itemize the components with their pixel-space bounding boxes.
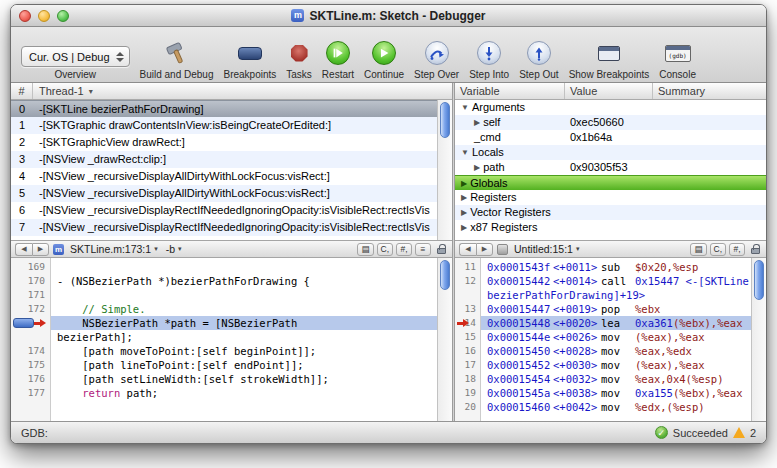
line-number[interactable]: 14 bbox=[455, 316, 481, 330]
restart-button[interactable]: Restart bbox=[322, 30, 354, 80]
build-status[interactable]: ✓ Succeeded 2 bbox=[655, 426, 756, 439]
disclosure-closed-icon[interactable]: ▶ bbox=[461, 205, 467, 220]
line-number[interactable] bbox=[455, 288, 481, 302]
stack-frame-row[interactable]: 3-[NSView _drawRect:clip:] bbox=[11, 151, 437, 168]
lock-button[interactable] bbox=[434, 242, 448, 256]
back-button[interactable]: ◀ bbox=[459, 243, 476, 256]
disclosure-closed-icon[interactable]: ▶ bbox=[461, 176, 467, 190]
variable-row[interactable]: ▶x87 Registers bbox=[455, 220, 766, 235]
forward-button[interactable]: ▶ bbox=[32, 243, 49, 256]
stack-frame-row[interactable]: 4-[NSView _recursiveDisplayAllDirtyWithL… bbox=[11, 168, 437, 185]
disclosure-closed-icon[interactable]: ▶ bbox=[461, 190, 467, 205]
stack-frame-row[interactable]: 1-[SKTGraphic drawContentsInView:isBeing… bbox=[11, 117, 437, 134]
line-number[interactable] bbox=[11, 330, 51, 344]
line-number[interactable]: 169 bbox=[11, 260, 51, 274]
line-number[interactable]: 175 bbox=[11, 358, 51, 372]
counterparts-button[interactable]: C, bbox=[377, 243, 394, 256]
step-into-button[interactable]: Step Into bbox=[469, 30, 509, 80]
disclosure-closed-icon[interactable]: ▶ bbox=[474, 115, 480, 130]
line-number[interactable]: 16 bbox=[455, 344, 481, 358]
close-button[interactable] bbox=[19, 10, 31, 22]
source-line[interactable]: 171 bbox=[11, 288, 437, 302]
stack-frame-row[interactable]: 0-[SKTLine bezierPathForDrawing] bbox=[11, 100, 437, 117]
disassembly-line[interactable]: 150x0001544e<+0026>mov(%eax),%eax bbox=[455, 330, 751, 344]
source-line[interactable]: 176 [path setLineWidth:[self strokeWidth… bbox=[11, 372, 437, 386]
scrollbar-thumb[interactable] bbox=[440, 260, 450, 290]
tasks-button[interactable]: Tasks bbox=[286, 30, 312, 80]
line-number[interactable]: 170 bbox=[11, 274, 51, 288]
disclosure-open-icon[interactable]: ▼ bbox=[461, 100, 469, 115]
disassembly-scrollbar[interactable] bbox=[751, 258, 766, 421]
bookmarks-button[interactable]: ▤ bbox=[357, 243, 373, 256]
source-code-area[interactable]: 169170- (NSBezierPath *)bezierPathForDra… bbox=[11, 258, 437, 421]
variable-row[interactable]: ▶path0x90305f53 bbox=[455, 160, 766, 175]
breakpoints-button[interactable]: Breakpoints bbox=[223, 30, 276, 80]
overview-dropdown[interactable]: Cur. OS | Debug bbox=[21, 46, 130, 67]
variable-row[interactable]: ▼Locals bbox=[455, 145, 766, 160]
line-number[interactable]: 15 bbox=[455, 330, 481, 344]
titlebar[interactable]: m SKTLine.m: Sketch - Debugger bbox=[11, 5, 766, 27]
disassembly-area[interactable]: 110x0001543f<+0011>sub$0x20,%esp120x0001… bbox=[455, 258, 751, 421]
markers-button[interactable]: ≡ bbox=[415, 243, 431, 256]
line-number[interactable]: 171 bbox=[11, 288, 51, 302]
line-number[interactable]: 13 bbox=[455, 302, 481, 316]
counterparts-button[interactable]: C, bbox=[710, 243, 727, 256]
disassembly-line[interactable]: 180x00015454<+0032>mov%eax,0x4(%esp) bbox=[455, 372, 751, 386]
editor-scrollbar[interactable] bbox=[437, 258, 452, 421]
step-over-button[interactable]: Step Over bbox=[414, 30, 459, 80]
line-number[interactable]: 17 bbox=[455, 358, 481, 372]
symbol-popup[interactable]: -b ▾ bbox=[164, 243, 184, 255]
line-number[interactable]: 11 bbox=[455, 260, 481, 274]
console-button[interactable]: (gdb) Console bbox=[659, 30, 696, 80]
stack-frame-row[interactable]: 5-[NSView _recursiveDisplayAllDirtyWithL… bbox=[11, 185, 437, 202]
line-number[interactable]: 18 bbox=[455, 372, 481, 386]
minimize-button[interactable] bbox=[38, 10, 50, 22]
line-number[interactable]: 172 bbox=[11, 302, 51, 316]
source-line[interactable]: bezierPath]; bbox=[11, 330, 437, 344]
line-number[interactable]: 20 bbox=[455, 400, 481, 414]
disassembly-line[interactable]: 110x0001543f<+0011>sub$0x20,%esp bbox=[455, 260, 751, 274]
source-line[interactable]: 177 return path; bbox=[11, 386, 437, 400]
continue-button[interactable]: Continue bbox=[364, 30, 404, 80]
build-and-debug-button[interactable]: Build and Debug bbox=[140, 30, 214, 80]
scrollbar-thumb[interactable] bbox=[440, 102, 450, 138]
variable-row[interactable]: ▶self0xec50660 bbox=[455, 115, 766, 130]
disclosure-open-icon[interactable]: ▼ bbox=[461, 145, 469, 160]
includes-button[interactable]: #, bbox=[729, 243, 745, 256]
includes-button[interactable]: #, bbox=[396, 243, 412, 256]
disassembly-line[interactable]: 200x00015460<+0042>mov%edx,(%esp) bbox=[455, 400, 751, 414]
variable-row[interactable]: ▶Vector Registers bbox=[455, 205, 766, 220]
show-breakpoints-button[interactable]: Show Breakpoints bbox=[569, 30, 650, 80]
breakpoint-marker[interactable] bbox=[13, 318, 34, 328]
source-line[interactable]: NSBezierPath *path = [NSBezierPath bbox=[11, 316, 437, 330]
disassembly-line[interactable]: 170x00015452<+0030>mov(%eax),%eax bbox=[455, 358, 751, 372]
stack-scrollbar[interactable] bbox=[437, 100, 452, 240]
disassembly-line[interactable]: 120x00015442<+0014>call0x15447 <-[SKTLin… bbox=[455, 274, 751, 288]
variable-row[interactable]: _cmd0x1b64a bbox=[455, 130, 766, 145]
file-history-popup[interactable]: SKTLine.m:173:1 ▾ bbox=[68, 243, 160, 255]
step-out-button[interactable]: Step Out bbox=[519, 30, 558, 80]
scrollbar-thumb[interactable] bbox=[754, 260, 764, 300]
disassembly-line[interactable]: 160x00015450<+0028>mov%eax,%edx bbox=[455, 344, 751, 358]
source-line[interactable]: 172 // Simple. bbox=[11, 302, 437, 316]
source-line[interactable]: 175 [path lineToPoint:[self endPoint]]; bbox=[11, 358, 437, 372]
line-number[interactable]: 19 bbox=[455, 386, 481, 400]
source-line[interactable]: 174 [path moveToPoint:[self beginPoint]]… bbox=[11, 344, 437, 358]
line-number[interactable]: 176 bbox=[11, 372, 51, 386]
line-number[interactable]: 177 bbox=[11, 386, 51, 400]
disassembly-line[interactable]: 190x0001545a<+0038>mov0xa155(%ebx),%eax bbox=[455, 386, 751, 400]
variable-row[interactable]: ▶Registers bbox=[455, 190, 766, 205]
line-number[interactable]: 12 bbox=[455, 274, 481, 288]
stack-frame-row[interactable]: 2-[SKTGraphicView drawRect:] bbox=[11, 134, 437, 151]
file-history-popup[interactable]: Untitled:15:1 ▾ bbox=[512, 243, 581, 255]
variable-row[interactable]: ▼Arguments bbox=[455, 100, 766, 115]
source-line[interactable]: 170- (NSBezierPath *)bezierPathForDrawin… bbox=[11, 274, 437, 288]
disassembly-line[interactable]: bezierPathForDrawing]+19> bbox=[455, 288, 751, 302]
disassembly-line[interactable]: 140x00015448<+0020>lea0xa361(%ebx),%eax bbox=[455, 316, 751, 330]
stack-frame-row[interactable]: 6-[NSView _recursiveDisplayRectIfNeededI… bbox=[11, 202, 437, 219]
stack-frame-row[interactable]: 7-[NSView _recursiveDisplayRectIfNeededI… bbox=[11, 219, 437, 236]
variable-row[interactable]: ▶Globals bbox=[455, 175, 766, 190]
forward-button[interactable]: ▶ bbox=[476, 243, 493, 256]
document-proxy-icon[interactable]: m bbox=[291, 9, 304, 22]
bookmarks-button[interactable]: ▤ bbox=[690, 243, 706, 256]
